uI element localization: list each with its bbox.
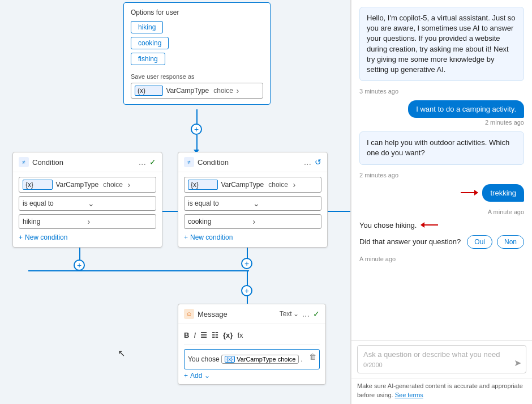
bot-msg-2: I can help you with outdoor activities. … xyxy=(359,131,524,164)
new-condition-label-2: New condition xyxy=(190,233,233,241)
plus-btn-right[interactable]: + xyxy=(241,258,252,269)
char-count: 0/2000 xyxy=(363,362,520,368)
message-icon: ☺ xyxy=(184,309,194,319)
user-msg-row-1: I want to do a camping activity. 2 minut… xyxy=(359,100,524,126)
bot-intro-msg: Hello, I'm copilot-5, a virtual assistan… xyxy=(359,7,524,81)
italic-btn[interactable]: I xyxy=(194,331,196,339)
content-area[interactable]: You chose {x} VarCampType choice . 🗑 xyxy=(184,349,320,369)
chat-input-placeholder[interactable]: Ask a question or describe what you need xyxy=(363,350,520,359)
chevron-icon: ⌄ xyxy=(253,199,318,208)
chevron-icon: › xyxy=(237,86,259,95)
trekking-bubble: trekking xyxy=(482,184,524,202)
list-btn-1[interactable]: ☰ xyxy=(200,331,207,339)
condition-header-2: ≠ Condition ... ↺ xyxy=(178,152,327,172)
cond-operator-1[interactable]: is equal to ⌄ xyxy=(19,196,156,211)
cond-var-row-1[interactable]: {x} VarCampType choice › xyxy=(19,177,156,193)
intro-timestamp: 3 minutes ago xyxy=(359,88,524,95)
answer-time: A minute ago xyxy=(359,256,524,262)
cond-var-type-1: choice xyxy=(103,181,127,189)
options-card: Options for user hiking cooking fishing … xyxy=(123,2,271,105)
var-chip-name: VarCampType xyxy=(237,356,276,363)
disclaimer-text: Make sure AI-generated content is accura… xyxy=(357,382,523,398)
cond-value-1[interactable]: hiking › xyxy=(19,214,156,229)
chevron-icon: › xyxy=(88,217,153,226)
var-badge: (x) xyxy=(135,86,163,96)
hiking-text: You chose hiking. xyxy=(359,221,417,229)
plus-button-top[interactable]: + xyxy=(191,124,202,135)
chevron-icon: › xyxy=(128,180,152,189)
cond-var-name-1: VarCampType xyxy=(55,181,98,189)
condition-icon-2: ≠ xyxy=(184,157,194,167)
message-menu[interactable]: ... xyxy=(302,309,310,319)
user-msg-1-time: 2 minutes ago xyxy=(485,119,524,126)
answer-text: Did that answer your question? xyxy=(359,237,461,246)
hiking-row: You chose hiking. xyxy=(359,221,524,229)
trekking-row: trekking xyxy=(359,184,524,202)
cond-var-name-2: VarCampType xyxy=(221,181,264,189)
condition-header-1: ≠ Condition ... ✓ xyxy=(13,152,162,172)
chat-input-box[interactable]: Ask a question or describe what you need… xyxy=(357,345,526,373)
disclaimer-link[interactable]: See terms xyxy=(395,392,423,398)
operator-label-1: is equal to xyxy=(23,199,88,207)
chat-body: Hello, I'm copilot-5, a virtual assistan… xyxy=(351,0,532,340)
cond-value-2[interactable]: cooking › xyxy=(184,214,321,229)
content-text: You chose xyxy=(188,355,220,363)
condition-card-1: ≠ Condition ... ✓ {x} VarCampType choice… xyxy=(12,152,162,248)
var-chip-badge: {x} xyxy=(225,356,235,363)
option-hiking[interactable]: hiking xyxy=(131,21,163,33)
send-btn[interactable]: ➤ xyxy=(514,358,521,368)
message-type: Text ⌄ xyxy=(280,310,299,318)
chevron-icon: › xyxy=(293,180,318,189)
message-body: B I ☰ ☷ {x} fx You chose {x} VarCampType… xyxy=(178,324,325,384)
bot-msg-2-time: 2 minutes ago xyxy=(359,172,524,178)
value-label-2: cooking xyxy=(188,218,253,226)
plus-icon: + xyxy=(184,233,188,241)
plus-icon: + xyxy=(19,233,23,241)
delete-icon[interactable]: 🗑 xyxy=(309,352,316,361)
plus-icon: + xyxy=(184,372,188,380)
chat-input-area: Ask a question or describe what you need… xyxy=(351,340,532,378)
answer-row: Did that answer your question? Oui Non xyxy=(359,235,524,249)
operator-label-2: is equal to xyxy=(188,199,253,207)
condition-title-2: Condition xyxy=(198,158,301,167)
var-chip: {x} VarCampType choice xyxy=(221,355,299,364)
new-condition-btn-2[interactable]: + New condition xyxy=(184,232,321,243)
message-header: ☺ Message Text ⌄ ... ✓ xyxy=(178,304,325,324)
cond-var-type-2: choice xyxy=(268,181,293,189)
content-suffix: . xyxy=(301,355,302,363)
cursor-indicator: ↖ xyxy=(118,348,125,359)
plus-btn-msg[interactable]: + xyxy=(241,285,252,296)
option-fishing[interactable]: fishing xyxy=(131,53,165,65)
cond-var-badge-1: {x} xyxy=(23,180,53,190)
oui-btn[interactable]: Oui xyxy=(467,235,492,249)
condition-body-1: {x} VarCampType choice › is equal to ⌄ h… xyxy=(13,172,162,247)
arrow-left-icon xyxy=(421,224,438,226)
bold-btn[interactable]: B xyxy=(184,331,189,339)
list-btn-2[interactable]: ☷ xyxy=(212,331,218,339)
value-label-1: hiking xyxy=(23,218,88,226)
var-btn[interactable]: {x} xyxy=(223,331,233,339)
options-card-title: Options for user xyxy=(131,8,263,16)
condition-menu-2[interactable]: ... xyxy=(304,157,311,167)
message-card: ☺ Message Text ⌄ ... ✓ B I ☰ ☷ {x} fx Yo… xyxy=(178,304,326,385)
new-condition-btn-1[interactable]: + New condition xyxy=(19,232,156,243)
cond-operator-2[interactable]: is equal to ⌄ xyxy=(184,196,321,211)
option-cooking[interactable]: cooking xyxy=(131,37,169,49)
condition-body-2: {x} VarCampType choice › is equal to ⌄ c… xyxy=(178,172,327,247)
condition-menu-1[interactable]: ... xyxy=(139,157,146,167)
condition-card-2: ≠ Condition ... ↺ {x} VarCampType choice… xyxy=(178,152,328,248)
chevron-icon: ⌄ xyxy=(293,310,299,318)
chevron-icon: › xyxy=(253,217,318,226)
arrow-right-icon xyxy=(461,192,478,193)
non-btn[interactable]: Non xyxy=(497,235,524,249)
cond-var-badge-2: {x} xyxy=(188,180,218,190)
trekking-time: A minute ago xyxy=(359,209,524,215)
message-check: ✓ xyxy=(313,309,320,318)
cond-var-row-2[interactable]: {x} VarCampType choice › xyxy=(184,177,321,193)
plus-btn-left[interactable]: + xyxy=(74,260,85,271)
add-btn[interactable]: + Add ⌄ xyxy=(184,369,320,380)
fn-btn[interactable]: fx xyxy=(237,331,243,339)
user-msg-1: I want to do a camping activity. xyxy=(408,100,524,118)
condition-icon-1: ≠ xyxy=(19,157,29,167)
condition-refresh-2[interactable]: ↺ xyxy=(315,158,321,167)
